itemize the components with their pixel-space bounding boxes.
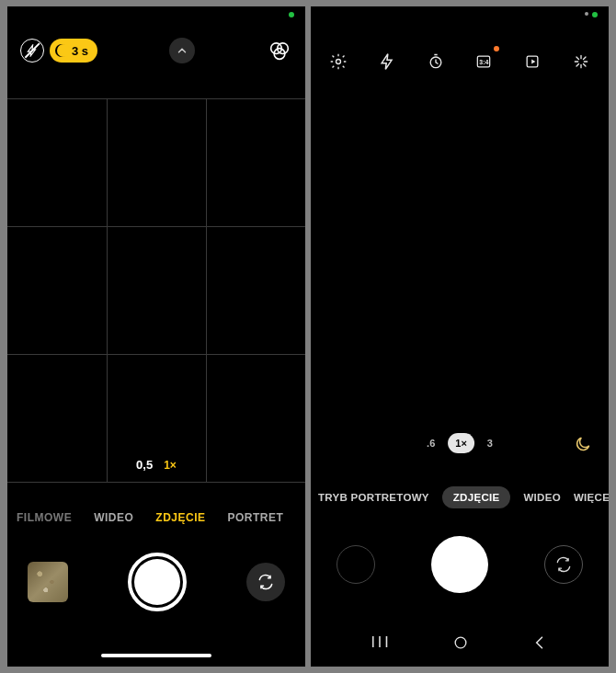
effects-button[interactable] (568, 49, 594, 74)
zoom-active-label[interactable]: 1× (164, 459, 177, 472)
mode-selector[interactable]: FILMOWE WIDEO ZDJĘCIE PORTRET PANORAM (7, 511, 305, 524)
night-mode-icon[interactable] (574, 435, 592, 453)
mode-item[interactable]: WIDEO (94, 511, 133, 524)
flash-button[interactable] (374, 49, 400, 74)
nav-recents-button[interactable]: III (371, 634, 391, 651)
gallery-thumbnail[interactable] (337, 545, 375, 584)
settings-button[interactable] (325, 49, 351, 74)
android-nav-bar: III (311, 633, 609, 652)
zoom-indicator[interactable]: .6 1× 3 (427, 433, 493, 453)
expand-controls-button[interactable] (169, 38, 195, 63)
home-indicator[interactable] (101, 654, 211, 657)
mode-item[interactable]: TRYB PORTRETOWY (318, 492, 429, 503)
night-icon (55, 44, 68, 57)
ratio-label: 3:4 (479, 59, 488, 65)
switch-camera-button[interactable] (544, 545, 583, 584)
zoom-indicator[interactable]: 0,5 1× (136, 458, 177, 472)
mode-item-active[interactable]: ZDJĘCIE (442, 486, 511, 508)
mode-item-active[interactable]: ZDJĘCIE (155, 511, 205, 524)
svg-point-7 (455, 637, 466, 648)
mode-selector[interactable]: TRYB PORTRETOWY ZDJĘCIE WIDEO WIĘCEJ (311, 486, 609, 508)
motion-photo-button[interactable] (519, 49, 545, 74)
mode-item[interactable]: WIDEO (523, 492, 560, 503)
shutter-button[interactable] (431, 536, 488, 593)
top-toolbar: 3 s (7, 38, 305, 63)
timer-button[interactable] (423, 49, 449, 74)
self-timer-button[interactable]: 3 s (50, 39, 97, 63)
status-camera-indicator (289, 12, 294, 17)
mode-item[interactable]: PORTRET (228, 511, 284, 524)
nav-home-button[interactable] (451, 633, 470, 652)
zoom-wide-label[interactable]: .6 (427, 438, 435, 449)
status-camera-indicator (592, 12, 598, 17)
notification-badge (494, 46, 499, 51)
gallery-thumbnail[interactable] (28, 562, 68, 602)
switch-camera-button[interactable] (246, 563, 285, 601)
timer-label: 3 s (72, 44, 88, 58)
zoom-wide-label[interactable]: 0,5 (136, 458, 153, 472)
aspect-ratio-button[interactable]: 3:4 (471, 49, 496, 74)
top-toolbar: 3:4 (311, 49, 609, 74)
composition-grid (7, 98, 305, 483)
svg-point-3 (337, 60, 341, 64)
flash-toggle[interactable] (20, 39, 44, 63)
comparison-stage: 3 s 0,5 1× FIL (7, 6, 609, 667)
left-phone-camera: 3 s 0,5 1× FIL (7, 6, 305, 667)
mode-item[interactable]: WIĘCEJ (574, 492, 609, 503)
capture-bar (311, 536, 609, 593)
filters-button[interactable] (267, 38, 292, 63)
zoom-active-pill[interactable]: 1× (448, 433, 474, 453)
capture-bar (7, 553, 305, 611)
shutter-button[interactable] (128, 553, 187, 611)
mode-item[interactable]: FILMOWE (17, 511, 72, 524)
nav-back-button[interactable] (530, 633, 549, 652)
zoom-tele-label[interactable]: 3 (487, 438, 493, 449)
right-phone-camera: 3:4 .6 1× 3 TRYB PORTRETOWY ZDJĘCIE WIDE… (311, 6, 609, 667)
